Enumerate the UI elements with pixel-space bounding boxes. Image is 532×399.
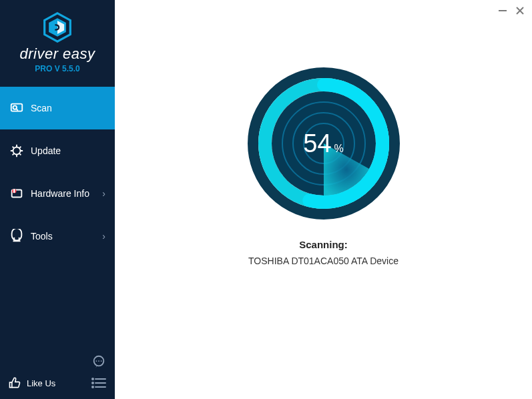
chevron-right-icon: › [102, 188, 105, 199]
progress-percent-symbol: % [334, 143, 344, 155]
status-label: Scanning: [248, 239, 398, 250]
status-section: Scanning: TOSHIBA DT01ACA050 ATA Device [248, 239, 398, 266]
sidebar: driver easy PRO V 5.5.0 Scan Upda [0, 0, 115, 399]
close-button[interactable] [515, 5, 525, 16]
sidebar-item-scan[interactable]: Scan [0, 87, 115, 129]
scan-area: 54 % Scanning: TOSHIBA DT01ACA050 ATA De… [115, 0, 532, 266]
sidebar-item-hardware-info[interactable]: i Hardware Info › [0, 172, 115, 215]
sidebar-item-tools[interactable]: Tools › [0, 215, 115, 258]
like-us-button[interactable]: Like Us [8, 376, 55, 390]
thumbs-up-icon [8, 376, 21, 390]
sidebar-item-label: Tools [31, 231, 102, 242]
progress-number: 54 [303, 129, 331, 158]
svg-point-13 [92, 378, 93, 380]
svg-point-17 [92, 386, 93, 388]
sidebar-item-label: Update [31, 145, 105, 156]
chat-icon[interactable] [91, 354, 107, 370]
update-icon [9, 143, 24, 158]
window-controls [497, 5, 525, 16]
status-device: TOSHIBA DT01ACA050 ATA Device [248, 256, 398, 266]
minimize-button[interactable] [497, 5, 508, 16]
svg-line-4 [16, 109, 18, 111]
sidebar-item-update[interactable]: Update [0, 129, 115, 172]
tools-icon [9, 229, 24, 244]
hardware-info-icon: i [9, 186, 24, 201]
progress-text: 54 % [303, 129, 344, 158]
scan-progress-ring: 54 % [247, 67, 401, 220]
sidebar-bottom: Like Us [0, 347, 115, 399]
svg-point-5 [13, 147, 21, 155]
app-logo-icon [42, 12, 73, 43]
nav: Scan Update i Hardware Info › [0, 87, 115, 347]
chevron-right-icon: › [102, 231, 105, 242]
sidebar-item-label: Scan [31, 103, 105, 113]
svg-text:i: i [14, 189, 15, 193]
sidebar-item-label: Hardware Info [31, 188, 102, 199]
svg-point-15 [92, 382, 93, 384]
scan-icon [9, 101, 24, 115]
menu-icon[interactable] [91, 377, 107, 389]
app-name: driver easy [19, 45, 95, 63]
app-version: PRO V 5.5.0 [35, 64, 79, 73]
logo-section: driver easy PRO V 5.5.0 [0, 0, 115, 80]
main-content: 54 % Scanning: TOSHIBA DT01ACA050 ATA De… [115, 0, 532, 399]
like-us-label: Like Us [27, 378, 55, 388]
